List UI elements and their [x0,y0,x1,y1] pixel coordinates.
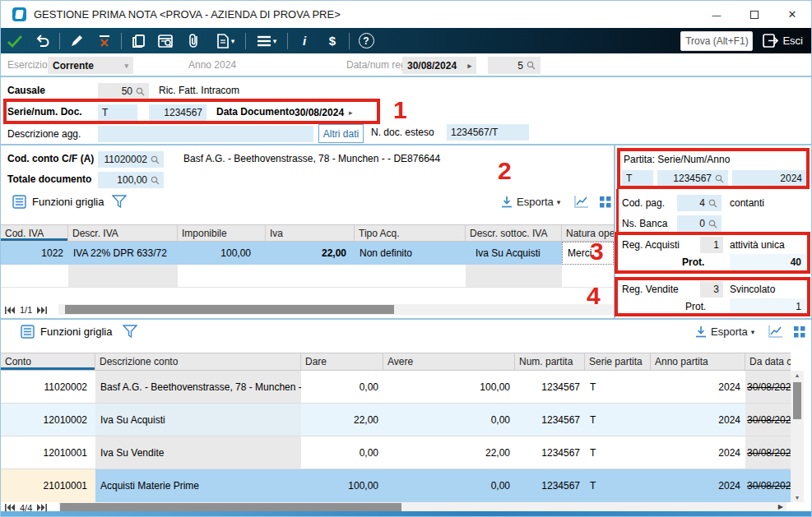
cell-serie-partita[interactable]: T [585,371,651,403]
causale-field[interactable]: 50 [98,83,149,99]
table-row[interactable]: 11020002 Basf A.G. - Beethovenstrasse, 7… [1,371,791,404]
grid1-header-descr-sottoc[interactable]: Descr. sottoc. IVA [466,225,562,241]
cell-avere[interactable]: 0,00 [383,404,515,436]
grid2-header-dare[interactable]: Dare [301,353,383,370]
scroll-up-icon[interactable]: ▲ [795,372,800,378]
cell-descrizione[interactable]: Basf A.G. - Beethovenstrasse, 78 - Munch… [95,371,301,403]
trova-button[interactable]: Trova (Alt+F1) [680,31,753,51]
grid1-header-tipo-acq[interactable]: Tipo Acq. [355,225,466,241]
chart-icon[interactable] [768,325,783,339]
altri-dati-button[interactable]: Altri dati [318,124,364,143]
data-reg-field[interactable]: 30/08/2024 ▸ [402,57,476,74]
partita-num-field[interactable]: 1234567 [657,170,728,187]
partita-anno-field[interactable]: 2024 [732,170,806,187]
cell-descrizione[interactable]: Acquisti Materie Prime [95,469,301,502]
cell-descrizione[interactable]: Iva Su Vendite [95,436,301,469]
reg-vendite-field[interactable]: 3 [700,281,723,298]
num-doc-field[interactable]: 1234567 [149,104,206,121]
grid-view-icon[interactable] [599,196,612,209]
grid2-header-conto[interactable]: Conto [1,353,95,370]
last-page-icon[interactable] [36,307,47,314]
grid2-header-num-partita[interactable]: Num. partita [515,353,585,370]
n-doc-esteso-field[interactable]: 1234567/T [447,124,529,141]
currency-button[interactable]: $ [318,30,346,52]
cell-anno-partita[interactable]: 2024 [651,371,745,403]
descrizione-agg-field[interactable] [98,126,313,142]
cell-imponibile[interactable]: 100,00 [178,242,266,265]
grid2-header-avere[interactable]: Avere [383,353,515,370]
cell-natura-operaz[interactable]: Merci [562,242,614,265]
cell-anno-partita[interactable]: 2024 [651,469,745,502]
cell-dare[interactable]: 22,00 [301,404,383,436]
cell-descr-iva[interactable]: IVA 22% DPR 633/72 [68,242,178,265]
cell-avere[interactable]: 100,00 [383,371,515,403]
cell-da-data-comp[interactable]: 30/08/2024 [745,436,791,469]
attachments-button[interactable] [180,30,208,52]
funzioni-griglia-button[interactable]: Funzioni griglia [32,196,104,208]
ns-banca-field[interactable]: 0 [677,215,722,232]
data-documento-field[interactable]: 30/08/2024 ▸ [295,104,353,121]
close-button[interactable]: ✕ [773,1,811,28]
cell-da-data-comp[interactable]: 30/08/2024 [745,404,791,436]
grid2-header-anno-partita[interactable]: Anno partita [651,353,745,370]
serie-doc-field[interactable]: T [98,104,137,121]
cell-dare[interactable]: 100,00 [301,469,383,502]
chart-icon[interactable] [573,195,589,209]
grid2-header-da-data-comp[interactable]: Da data comp. [745,353,791,370]
reg-acquisti-field[interactable]: 1 [700,237,723,253]
cell-num-partita[interactable]: 1234567 [515,436,585,469]
esporta-button[interactable]: Esporta ▾ [500,196,560,209]
first-page-icon[interactable] [5,307,16,314]
grid2-vscroll-thumb[interactable] [793,382,801,419]
grid1-row-selected[interactable]: 1022 IVA 22% DPR 633/72 100,00 22,00 Non… [1,242,614,265]
undo-button[interactable] [29,30,57,52]
delete-button[interactable] [90,30,118,52]
cell-conto[interactable]: 11020002 [1,371,95,403]
grid1-header-descr-iva[interactable]: Descr. IVA [68,225,178,241]
cell-num-partita[interactable]: 1234567 [515,469,585,502]
cell-conto[interactable]: 12010002 [1,404,95,436]
grid1-row-empty[interactable] [1,265,614,288]
cell-num-partita[interactable]: 1234567 [515,371,585,403]
prot-acquisti-field[interactable]: 40 [730,254,805,270]
cell-anno-partita[interactable]: 2024 [651,436,745,469]
grid1-header-cod-iva[interactable]: Cod. IVA [1,225,68,241]
cell-iva[interactable]: 22,00 [266,242,355,265]
cell-num-partita[interactable]: 1234567 [515,404,585,436]
cell-dare[interactable]: 0,00 [301,436,383,469]
partita-serie-field[interactable]: T [622,170,653,187]
maximize-button[interactable] [735,1,773,28]
scroll-down-icon[interactable]: ▼ [795,495,800,501]
minimize-button[interactable]: — [698,1,735,28]
cell-anno-partita[interactable]: 2024 [651,404,745,436]
cell-sottoc-iva[interactable]: Iva Su Acquisti [466,242,562,265]
funzioni-griglia-button[interactable]: Funzioni griglia [40,325,112,338]
document-menu-button[interactable]: ▾ [208,30,243,52]
cell-serie-partita[interactable]: T [585,469,651,502]
filter-icon[interactable] [123,325,137,339]
grid1-hscroll-thumb[interactable] [65,305,394,314]
search-registrations-button[interactable] [152,30,180,52]
grid-view-icon[interactable] [793,325,806,339]
confirm-button[interactable] [1,30,29,52]
scroll-right-icon[interactable]: ▶ [775,503,786,510]
cod-pag-field[interactable]: 4 [677,195,722,211]
totale-documento-field[interactable]: 100,00 [98,172,164,188]
grid1-header-imponibile[interactable]: Imponibile [178,225,266,241]
cell-conto[interactable]: 21010001 [1,469,95,502]
table-row[interactable]: 12010001 Iva Su Vendite 0,00 22,00 12345… [1,436,791,469]
cell-da-data-comp[interactable]: 30/08/2024 [745,371,791,403]
grid2-header-serie-partita[interactable]: Serie partita [585,353,651,370]
grid2-vscrollbar[interactable]: ▲ ▼ [791,371,804,502]
cell-cod-iva[interactable]: 1022 [1,242,68,265]
cell-serie-partita[interactable]: T [585,404,651,436]
copy-button[interactable] [124,30,152,52]
cell-tipo-acq[interactable]: Non definito [355,242,466,265]
esci-button[interactable]: Esci [763,34,803,48]
cod-conto-field[interactable]: 11020002 [98,151,164,168]
cell-avere[interactable]: 22,00 [383,436,515,469]
last-page-icon[interactable] [36,504,47,511]
cell-serie-partita[interactable]: T [585,436,651,469]
edit-button[interactable] [63,30,90,52]
grid1-header-iva[interactable]: Iva [266,225,355,241]
